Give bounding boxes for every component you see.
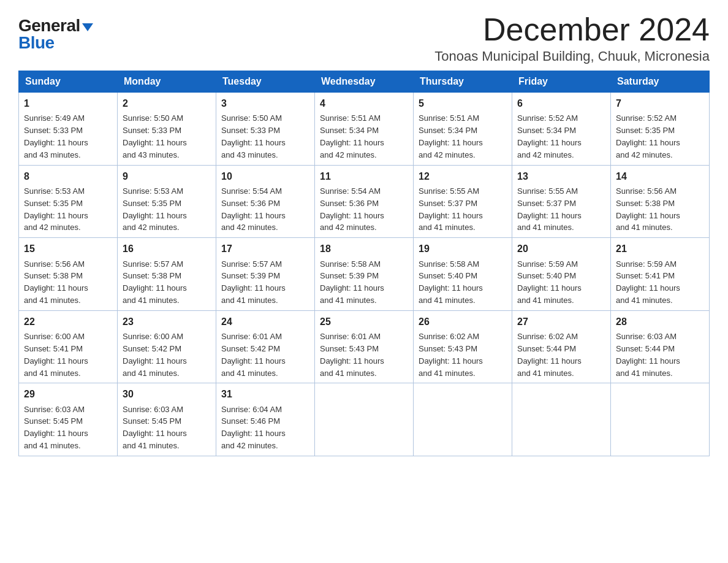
- day-info: Sunrise: 5:58 AMSunset: 5:39 PMDaylight:…: [320, 259, 384, 305]
- day-info: Sunrise: 5:52 AMSunset: 5:34 PMDaylight:…: [517, 113, 582, 159]
- day-number: 25: [320, 315, 408, 329]
- calendar-cell: 28Sunrise: 6:03 AMSunset: 5:44 PMDayligh…: [611, 310, 710, 383]
- calendar-cell: 26Sunrise: 6:02 AMSunset: 5:43 PMDayligh…: [414, 310, 512, 383]
- day-info: Sunrise: 5:53 AMSunset: 5:35 PMDaylight:…: [123, 186, 187, 232]
- day-number: 3: [221, 96, 309, 110]
- day-number: 8: [24, 169, 112, 183]
- day-number: 22: [24, 315, 112, 329]
- day-info: Sunrise: 6:01 AMSunset: 5:42 PMDaylight:…: [221, 332, 286, 378]
- day-info: Sunrise: 6:03 AMSunset: 5:45 PMDaylight:…: [24, 405, 88, 451]
- calendar-cell: 25Sunrise: 6:01 AMSunset: 5:43 PMDayligh…: [315, 310, 414, 383]
- day-info: Sunrise: 5:57 AMSunset: 5:38 PMDaylight:…: [123, 259, 187, 305]
- day-info: Sunrise: 5:51 AMSunset: 5:34 PMDaylight:…: [419, 113, 483, 159]
- calendar-cell: 16Sunrise: 5:57 AMSunset: 5:38 PMDayligh…: [118, 238, 216, 311]
- day-number: 21: [616, 242, 704, 256]
- calendar-cell: 12Sunrise: 5:55 AMSunset: 5:37 PMDayligh…: [414, 165, 512, 238]
- calendar-cell: 8Sunrise: 5:53 AMSunset: 5:35 PMDaylight…: [19, 165, 118, 238]
- calendar-cell: 31Sunrise: 6:04 AMSunset: 5:46 PMDayligh…: [216, 383, 315, 456]
- month-title: December 2024: [434, 12, 710, 47]
- day-number: 18: [320, 242, 408, 256]
- day-number: 28: [616, 315, 704, 329]
- calendar-table: SundayMondayTuesdayWednesdayThursdayFrid…: [18, 71, 710, 456]
- calendar-cell: 3Sunrise: 5:50 AMSunset: 5:33 PMDaylight…: [216, 93, 315, 166]
- day-number: 24: [221, 315, 309, 329]
- weekday-header-friday: Friday: [512, 71, 611, 93]
- calendar-cell: 7Sunrise: 5:52 AMSunset: 5:35 PMDaylight…: [611, 93, 710, 166]
- day-number: 13: [517, 169, 605, 183]
- day-number: 12: [419, 169, 507, 183]
- calendar-cell: 22Sunrise: 6:00 AMSunset: 5:41 PMDayligh…: [19, 310, 118, 383]
- calendar-cell: 19Sunrise: 5:58 AMSunset: 5:40 PMDayligh…: [414, 238, 512, 311]
- calendar-cell: 1Sunrise: 5:49 AMSunset: 5:33 PMDaylight…: [19, 93, 118, 166]
- weekday-header-saturday: Saturday: [611, 71, 710, 93]
- day-info: Sunrise: 6:02 AMSunset: 5:43 PMDaylight:…: [419, 332, 483, 378]
- day-info: Sunrise: 5:59 AMSunset: 5:40 PMDaylight:…: [517, 259, 582, 305]
- day-number: 17: [221, 242, 309, 256]
- calendar-cell: 20Sunrise: 5:59 AMSunset: 5:40 PMDayligh…: [512, 238, 611, 311]
- day-number: 15: [24, 242, 112, 256]
- day-number: 27: [517, 315, 605, 329]
- day-info: Sunrise: 6:01 AMSunset: 5:43 PMDaylight:…: [320, 332, 384, 378]
- day-info: Sunrise: 5:55 AMSunset: 5:37 PMDaylight:…: [517, 186, 582, 232]
- day-number: 19: [419, 242, 507, 256]
- day-number: 20: [517, 242, 605, 256]
- day-info: Sunrise: 6:00 AMSunset: 5:42 PMDaylight:…: [123, 332, 187, 378]
- day-number: 30: [123, 387, 211, 401]
- day-number: 7: [616, 96, 704, 110]
- day-number: 26: [419, 315, 507, 329]
- calendar-cell: 23Sunrise: 6:00 AMSunset: 5:42 PMDayligh…: [118, 310, 216, 383]
- day-number: 10: [221, 169, 309, 183]
- weekday-header-row: SundayMondayTuesdayWednesdayThursdayFrid…: [19, 71, 710, 93]
- calendar-cell: 5Sunrise: 5:51 AMSunset: 5:34 PMDaylight…: [414, 93, 512, 166]
- weekday-header-tuesday: Tuesday: [216, 71, 315, 93]
- day-info: Sunrise: 5:54 AMSunset: 5:36 PMDaylight:…: [320, 186, 384, 232]
- calendar-cell: 30Sunrise: 6:03 AMSunset: 5:45 PMDayligh…: [118, 383, 216, 456]
- logo-general-text: General: [18, 17, 80, 34]
- day-info: Sunrise: 5:51 AMSunset: 5:34 PMDaylight:…: [320, 113, 384, 159]
- day-info: Sunrise: 5:55 AMSunset: 5:37 PMDaylight:…: [419, 186, 483, 232]
- day-info: Sunrise: 5:52 AMSunset: 5:35 PMDaylight:…: [616, 113, 680, 159]
- weekday-header-sunday: Sunday: [19, 71, 118, 93]
- day-info: Sunrise: 5:50 AMSunset: 5:33 PMDaylight:…: [123, 113, 187, 159]
- day-info: Sunrise: 6:04 AMSunset: 5:46 PMDaylight:…: [221, 405, 286, 451]
- calendar-week-row: 1Sunrise: 5:49 AMSunset: 5:33 PMDaylight…: [19, 93, 710, 166]
- calendar-week-row: 15Sunrise: 5:56 AMSunset: 5:38 PMDayligh…: [19, 238, 710, 311]
- day-info: Sunrise: 5:56 AMSunset: 5:38 PMDaylight:…: [616, 186, 680, 232]
- calendar-cell: 21Sunrise: 5:59 AMSunset: 5:41 PMDayligh…: [611, 238, 710, 311]
- day-number: 14: [616, 169, 704, 183]
- calendar-cell: 15Sunrise: 5:56 AMSunset: 5:38 PMDayligh…: [19, 238, 118, 311]
- day-number: 6: [517, 96, 605, 110]
- calendar-cell: 17Sunrise: 5:57 AMSunset: 5:39 PMDayligh…: [216, 238, 315, 311]
- calendar-cell: 10Sunrise: 5:54 AMSunset: 5:36 PMDayligh…: [216, 165, 315, 238]
- calendar-cell: 27Sunrise: 6:02 AMSunset: 5:44 PMDayligh…: [512, 310, 611, 383]
- logo: General Blue: [18, 17, 93, 52]
- logo-blue-text: Blue: [18, 33, 55, 52]
- day-number: 29: [24, 387, 112, 401]
- day-info: Sunrise: 5:50 AMSunset: 5:33 PMDaylight:…: [221, 113, 286, 159]
- calendar-week-row: 29Sunrise: 6:03 AMSunset: 5:45 PMDayligh…: [19, 383, 710, 456]
- day-number: 5: [419, 96, 507, 110]
- weekday-header-thursday: Thursday: [414, 71, 512, 93]
- logo-arrow-icon: [82, 23, 93, 31]
- day-info: Sunrise: 5:58 AMSunset: 5:40 PMDaylight:…: [419, 259, 483, 305]
- calendar-week-row: 8Sunrise: 5:53 AMSunset: 5:35 PMDaylight…: [19, 165, 710, 238]
- day-number: 16: [123, 242, 211, 256]
- calendar-cell: [512, 383, 611, 456]
- weekday-header-wednesday: Wednesday: [315, 71, 414, 93]
- calendar-cell: 4Sunrise: 5:51 AMSunset: 5:34 PMDaylight…: [315, 93, 414, 166]
- day-info: Sunrise: 5:59 AMSunset: 5:41 PMDaylight:…: [616, 259, 680, 305]
- calendar-cell: [414, 383, 512, 456]
- weekday-header-monday: Monday: [118, 71, 216, 93]
- calendar-cell: [315, 383, 414, 456]
- day-info: Sunrise: 6:00 AMSunset: 5:41 PMDaylight:…: [24, 332, 88, 378]
- calendar-cell: 13Sunrise: 5:55 AMSunset: 5:37 PMDayligh…: [512, 165, 611, 238]
- day-info: Sunrise: 5:56 AMSunset: 5:38 PMDaylight:…: [24, 259, 88, 305]
- calendar-cell: 6Sunrise: 5:52 AMSunset: 5:34 PMDaylight…: [512, 93, 611, 166]
- day-info: Sunrise: 5:57 AMSunset: 5:39 PMDaylight:…: [221, 259, 286, 305]
- calendar-cell: 18Sunrise: 5:58 AMSunset: 5:39 PMDayligh…: [315, 238, 414, 311]
- day-number: 2: [123, 96, 211, 110]
- day-number: 11: [320, 169, 408, 183]
- day-number: 4: [320, 96, 408, 110]
- day-number: 23: [123, 315, 211, 329]
- calendar-cell: 29Sunrise: 6:03 AMSunset: 5:45 PMDayligh…: [19, 383, 118, 456]
